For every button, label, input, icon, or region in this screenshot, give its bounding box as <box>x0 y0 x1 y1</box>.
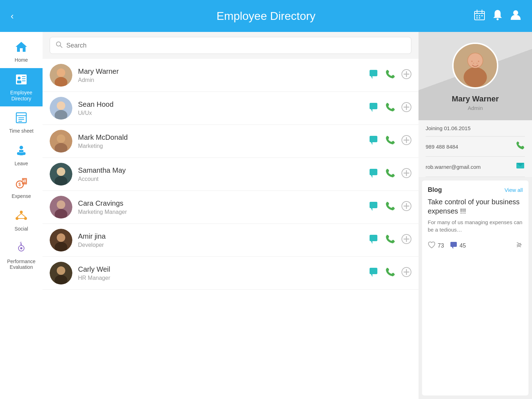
employee-role: Ui/Ux <box>78 110 363 116</box>
employee-name: Mark McDonald <box>78 133 363 142</box>
employee-name: Sean Hood <box>78 100 363 109</box>
call-button[interactable] <box>385 234 395 246</box>
svg-line-37 <box>17 214 21 217</box>
svg-rect-73 <box>370 169 377 175</box>
svg-point-23 <box>20 146 23 149</box>
svg-point-41 <box>20 247 22 249</box>
svg-marker-90 <box>371 241 372 244</box>
call-button[interactable] <box>385 69 395 82</box>
employee-row[interactable]: Amir jina Developer <box>43 224 419 257</box>
svg-rect-32 <box>23 180 24 182</box>
employee-row[interactable]: Carly Weil HR Manager <box>43 257 419 290</box>
employee-list: Mary Warner Admin Sean Hood Ui/Ux Mark M… <box>43 59 419 399</box>
svg-rect-5 <box>479 15 480 16</box>
blog-view-all[interactable]: View all <box>505 187 523 193</box>
chat-button[interactable] <box>369 201 379 214</box>
employee-row[interactable]: Sean Hood Ui/Ux <box>43 92 419 125</box>
employee-actions <box>369 135 411 148</box>
employee-actions <box>369 168 411 181</box>
svg-marker-58 <box>371 109 372 112</box>
employee-name: Samantha May <box>78 166 363 174</box>
phone-icon[interactable] <box>516 141 525 152</box>
right-panel: Mary Warner Admin Joining 01.06.2015 989… <box>419 32 532 399</box>
chat-button[interactable] <box>369 102 379 115</box>
svg-point-36 <box>24 217 27 220</box>
sidebar-item-timesheet[interactable]: Time sheet <box>0 106 43 139</box>
bell-icon[interactable] <box>492 9 503 23</box>
svg-rect-7 <box>476 17 478 18</box>
profile-joining: Joining 01.06.2015 <box>426 125 525 131</box>
sidebar-item-leave[interactable]: Leave <box>0 139 43 172</box>
employee-directory-icon <box>15 73 28 88</box>
email-icon[interactable] <box>516 161 525 172</box>
employee-info: Sean Hood Ui/Ux <box>78 100 363 116</box>
blog-post-excerpt: For many of us managing expenses can be … <box>428 218 523 233</box>
employee-row[interactable]: Mary Warner Admin <box>43 59 419 92</box>
call-button[interactable] <box>385 135 395 148</box>
back-button[interactable]: ‹ <box>11 11 14 22</box>
add-button[interactable] <box>401 267 411 279</box>
chat-button[interactable] <box>369 135 379 148</box>
add-button[interactable] <box>401 234 411 246</box>
add-button[interactable] <box>401 135 411 148</box>
employee-row[interactable]: Mark McDonald Marketing <box>43 125 419 158</box>
svg-marker-11 <box>16 42 27 52</box>
svg-marker-66 <box>371 142 372 145</box>
employee-avatar <box>50 229 72 251</box>
sidebar-item-social[interactable]: Social <box>0 204 43 237</box>
comment-icon[interactable] <box>450 241 458 250</box>
svg-point-13 <box>18 77 21 79</box>
calendar-icon[interactable] <box>474 9 485 23</box>
add-button[interactable] <box>401 69 411 82</box>
share-icon[interactable] <box>514 240 523 251</box>
sidebar-item-performance-evaluation[interactable]: $ Performance Evaluation <box>0 237 43 276</box>
call-button[interactable] <box>385 102 395 115</box>
svg-point-71 <box>57 167 65 176</box>
employee-role: Marketing <box>78 143 363 149</box>
employee-row[interactable]: Samantha May Account <box>43 158 419 191</box>
sidebar-item-expense[interactable]: $ Expense <box>0 172 43 204</box>
chat-button[interactable] <box>369 168 379 181</box>
add-button[interactable] <box>401 201 411 214</box>
call-button[interactable] <box>385 168 395 181</box>
svg-point-10 <box>513 10 518 15</box>
performance-evaluation-icon: $ <box>15 242 28 256</box>
add-button[interactable] <box>401 102 411 115</box>
employee-row[interactable]: Cara Cravings Marketing Manager <box>43 191 419 224</box>
leave-icon <box>15 144 28 159</box>
call-button[interactable] <box>385 201 395 214</box>
employee-avatar <box>50 163 72 185</box>
chat-button[interactable] <box>369 234 379 246</box>
sidebar-performance-evaluation-label: Performance Evaluation <box>2 259 41 271</box>
search-input[interactable] <box>66 42 405 49</box>
employee-actions <box>369 201 411 214</box>
add-button[interactable] <box>401 168 411 181</box>
svg-point-105 <box>468 53 482 68</box>
chat-button[interactable] <box>369 267 379 279</box>
svg-point-104 <box>464 67 487 87</box>
user-profile-icon[interactable] <box>510 9 521 23</box>
svg-point-87 <box>57 233 65 242</box>
employee-info: Cara Cravings Marketing Manager <box>78 199 363 215</box>
svg-marker-98 <box>371 274 372 277</box>
svg-marker-113 <box>452 247 453 249</box>
sidebar-item-home[interactable]: Home <box>0 35 43 68</box>
svg-point-108 <box>473 63 474 64</box>
svg-rect-6 <box>481 15 483 16</box>
call-button[interactable] <box>385 267 395 279</box>
employee-role: Developer <box>78 242 363 248</box>
sidebar-timesheet-label: Time sheet <box>9 128 34 134</box>
profile-name: Mary Warner <box>452 94 499 104</box>
topbar: ‹ Employee Directory <box>0 0 532 32</box>
employee-info: Mary Warner Admin <box>78 67 363 83</box>
svg-point-95 <box>57 266 65 275</box>
employee-info: Mark McDonald Marketing <box>78 133 363 149</box>
heart-icon[interactable] <box>428 241 436 250</box>
expense-icon: $ <box>15 177 28 191</box>
employee-avatar <box>50 196 72 218</box>
svg-point-34 <box>20 211 23 214</box>
employee-role: HR Manager <box>78 275 363 281</box>
employee-info: Carly Weil HR Manager <box>78 265 363 281</box>
sidebar-item-employee-directory[interactable]: Employee Directory <box>0 68 43 107</box>
chat-button[interactable] <box>369 69 379 82</box>
